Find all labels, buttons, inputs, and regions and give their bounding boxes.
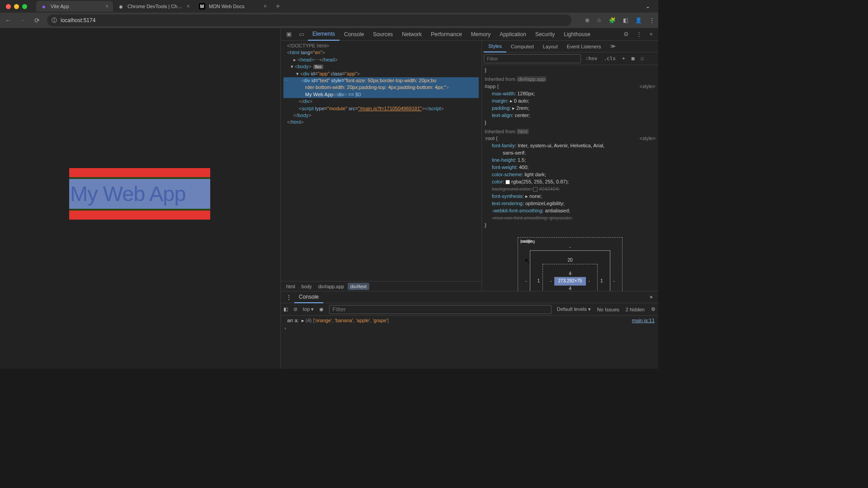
inspected-element-highlight: My Web App [69, 168, 210, 220]
minimize-window-button[interactable] [14, 4, 19, 9]
new-tab-button[interactable]: + [271, 2, 284, 10]
more-icon[interactable]: ⋮ [632, 31, 646, 38]
dom-selected-node[interactable]: ⋯ <div id="text" style="font-size: 50px;… [283, 77, 479, 98]
back-button[interactable]: ← [4, 17, 13, 24]
breadcrumb-app[interactable]: div#app.app [316, 283, 347, 290]
vite-icon: ◆ [41, 3, 47, 9]
bookmark-icon[interactable]: ☆ [597, 17, 602, 23]
menu-icon[interactable]: ⋮ [649, 17, 655, 23]
tab-dropdown-icon[interactable]: ⌄ [641, 3, 655, 9]
console-log-entry[interactable]: main.js:11 arr a: ▸ (4) ['orange', 'bana… [284, 318, 655, 324]
close-devtools-icon[interactable]: × [646, 31, 656, 38]
log-levels-selector[interactable]: Default levels ▾ [557, 306, 591, 312]
page-viewport: My Web App [0, 28, 280, 369]
traffic-lights [6, 4, 27, 9]
devtools-tabs: ▣ ▭ Elements Console Sources Network Per… [281, 28, 658, 41]
tab-performance[interactable]: Performance [426, 28, 467, 41]
styles-tab-computed[interactable]: Computed [506, 41, 538, 52]
tab-application[interactable]: Application [495, 28, 531, 41]
device-toggle-icon[interactable]: ▭ [295, 31, 308, 38]
dom-tree[interactable]: <!DOCTYPE html> <html lang="en"> ▸ <head… [281, 41, 481, 281]
console-drawer: ⋮ Console × ◧ ⊘ top ▾ ◉ Default levels ▾… [281, 291, 658, 369]
styles-tab-styles[interactable]: Styles [484, 41, 506, 52]
styles-filter-input[interactable] [484, 54, 581, 63]
settings-icon[interactable]: ⚙ [620, 31, 632, 38]
browser-chrome: ◆ Vite App × ◉ Chrome DevTools | Chrome … [0, 0, 658, 28]
close-window-button[interactable] [6, 4, 11, 9]
tab-security[interactable]: Security [531, 28, 559, 41]
tab-elements[interactable]: Elements [308, 28, 340, 41]
tab-memory[interactable]: Memory [467, 28, 495, 41]
box-model-diagram[interactable]: margin - - border 20 1 [485, 229, 656, 291]
address-bar[interactable]: ⓘ localhost:5174 [47, 14, 571, 26]
devtools-panel: ▣ ▭ Elements Console Sources Network Per… [280, 28, 658, 369]
profile-icon[interactable]: 👤 [635, 17, 642, 23]
dom-tree-panel: <!DOCTYPE html> <html lang="en"> ▸ <head… [281, 41, 482, 291]
console-prompt[interactable]: › [284, 325, 655, 331]
console-drawer-tab[interactable]: Console [294, 291, 323, 303]
close-icon[interactable]: × [264, 3, 267, 9]
styles-tab-events[interactable]: Event Listeners [562, 41, 606, 52]
extensions-icon[interactable]: 🧩 [609, 17, 616, 23]
breadcrumb-text[interactable]: div#text [348, 283, 369, 290]
reload-button[interactable]: ⟳ [33, 17, 42, 24]
cls-button[interactable]: .cls [602, 56, 618, 61]
breadcrumb-html[interactable]: html [283, 283, 298, 290]
panel-icon[interactable]: ◧ [623, 17, 628, 23]
new-style-icon[interactable]: + [620, 56, 627, 61]
clear-console-icon[interactable]: ⊘ [293, 306, 297, 312]
tab-bar: ◆ Vite App × ◉ Chrome DevTools | Chrome … [0, 0, 658, 13]
log-source-link[interactable]: main.js:11 [632, 318, 655, 323]
breadcrumb-body[interactable]: body [299, 283, 315, 290]
tab-console[interactable]: Console [340, 28, 368, 41]
console-filter-input[interactable] [329, 305, 551, 314]
page-heading: My Web App [69, 179, 210, 209]
hidden-count[interactable]: 2 hidden [626, 307, 645, 312]
url-bar: ← → ⟳ ⓘ localhost:5174 ⊕ ☆ 🧩 ◧ 👤 ⋮ [0, 13, 658, 28]
forward-button[interactable]: → [18, 17, 27, 24]
issues-button[interactable]: No Issues [597, 307, 619, 312]
maximize-window-button[interactable] [22, 4, 27, 9]
styles-tab-layout[interactable]: Layout [538, 41, 562, 52]
close-icon[interactable]: × [105, 3, 108, 9]
tab-mdn-docs[interactable]: M MDN Web Docs × [194, 1, 271, 12]
inspect-icon[interactable]: ▣ [283, 31, 295, 38]
tab-vite-app[interactable]: ◆ Vite App × [36, 1, 113, 12]
mdn-icon: M [199, 3, 205, 9]
console-settings-icon[interactable]: ⚙ [651, 306, 656, 312]
tab-lighthouse[interactable]: Lighthouse [559, 28, 595, 41]
live-expression-icon[interactable]: ◉ [319, 306, 324, 312]
chrome-icon: ◉ [118, 3, 124, 9]
hov-button[interactable]: :hov [584, 56, 599, 61]
zoom-icon[interactable]: ⊕ [585, 17, 590, 23]
styles-panel: Styles Computed Layout Event Listeners ≫… [482, 41, 658, 291]
site-info-icon[interactable]: ⓘ [52, 17, 57, 24]
context-selector[interactable]: top ▾ [303, 306, 314, 312]
close-drawer-icon[interactable]: × [647, 294, 656, 300]
tab-sources[interactable]: Sources [368, 28, 397, 41]
drawer-menu-icon[interactable]: ⋮ [283, 294, 294, 300]
sidebar-toggle-icon[interactable]: ◧ [283, 306, 288, 312]
more-tabs-icon[interactable]: ≫ [606, 41, 620, 52]
dom-breadcrumb: html body div#app.app div#text [281, 281, 481, 291]
computed-toggle-icon[interactable]: ☐ [639, 56, 646, 61]
close-icon[interactable]: × [187, 3, 190, 9]
flexbox-editor-icon[interactable]: ▦ [630, 56, 637, 61]
tab-chrome-devtools[interactable]: ◉ Chrome DevTools | Chrome × [113, 1, 194, 12]
tab-network[interactable]: Network [397, 28, 426, 41]
